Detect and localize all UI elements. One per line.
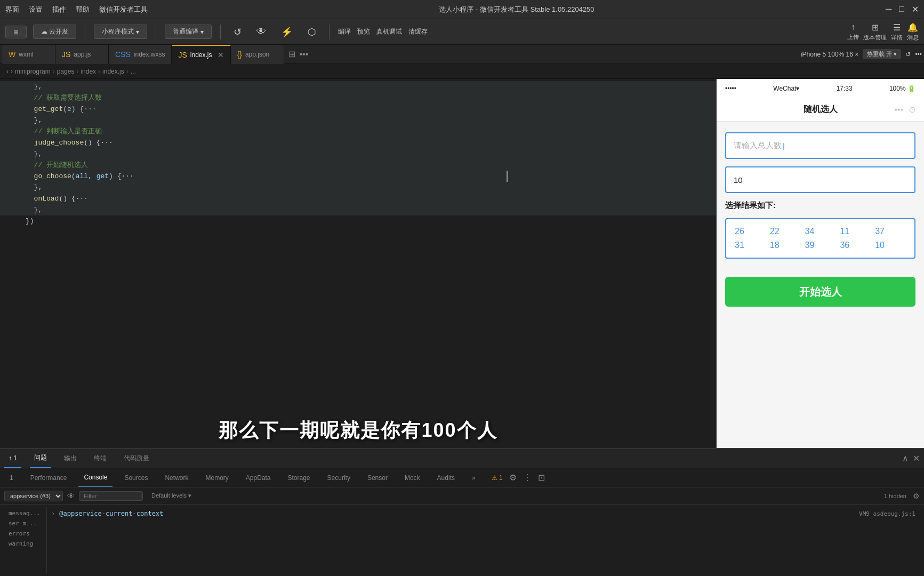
bottom-panel-actions: ∧ ✕ — [902, 453, 920, 463]
toolbar: ⊞ ☁ 云开发 小程序模式 ▾ 普通编译 ▾ ↺ 👁 ⚡ ⬡ 编译 预览 真机调… — [0, 19, 924, 45]
tab-appjson[interactable]: {} app.json — [231, 45, 284, 64]
tab-wxml[interactable]: W wxml — [2, 45, 55, 64]
console-context-list: messag... ser m... errors warning — [4, 507, 47, 574]
split-editor-btn[interactable]: ⊞ — [288, 49, 295, 59]
phone-count-input[interactable]: 10 — [725, 166, 915, 193]
menu-item-help[interactable]: 帮助 — [76, 5, 90, 14]
phone-signal: ••••• — [725, 85, 736, 92]
menu-item-ui[interactable]: 界面 — [5, 5, 19, 14]
console-tab-memory[interactable]: Memory — [200, 468, 234, 487]
preview-action-label[interactable]: 预览 — [357, 27, 370, 36]
quick-btn[interactable]: ⚡ — [277, 24, 297, 40]
details-btn[interactable]: ☰ 详情 — [891, 22, 903, 42]
toggle-sidebar-btn[interactable]: ⊞ — [5, 26, 27, 38]
console-tab-console[interactable]: Console — [78, 468, 113, 487]
minimize-btn[interactable]: ─ — [886, 4, 891, 14]
hot-reload-label[interactable]: 热重载 开 ▾ — [863, 49, 901, 59]
close-panel-btn[interactable]: ✕ — [913, 453, 920, 463]
phone-nav-record-btn[interactable]: ⊙ — [909, 105, 915, 115]
collapse-panel-btn[interactable]: ∧ — [902, 453, 909, 463]
bottom-tab-problems[interactable]: ↑ 1 — [4, 449, 21, 468]
compile-action-label[interactable]: 编译 — [338, 27, 351, 36]
notification-btn[interactable]: 🔔 消息 — [907, 22, 919, 42]
tab-indexjs[interactable]: JS index.js ✕ — [172, 45, 230, 64]
bc-nav-back[interactable]: ‹ — [6, 68, 9, 75]
hidden-settings-icon[interactable]: ⚙ — [913, 492, 920, 500]
console-tab-appdata[interactable]: AppData — [240, 468, 276, 487]
menu-item-devtools[interactable]: 微信开发者工具 — [99, 5, 148, 14]
menu-item-plugins[interactable]: 插件 — [52, 5, 66, 14]
level-filter-label[interactable]: Default levels ▾ — [151, 492, 191, 499]
bottom-tab-code-quality[interactable]: 代码质量 — [119, 449, 154, 468]
console-tab-network[interactable]: Network — [159, 468, 194, 487]
tab-appjs[interactable]: JS app.js — [55, 45, 109, 64]
ctx-item-serm[interactable]: ser m... — [4, 519, 46, 528]
version-mgr-btn[interactable]: ⊞ 版本管理 — [863, 22, 887, 42]
console-layout: messag... ser m... errors warning › @app… — [4, 507, 920, 574]
menu-bar[interactable]: 界面 设置 插件 帮助 微信开发者工具 — [5, 5, 148, 14]
console-tab-audits[interactable]: Audits — [432, 468, 460, 487]
compile-select-btn[interactable]: 普通编译 ▾ — [165, 25, 212, 39]
console-options-btn[interactable]: ⋮ — [523, 473, 532, 483]
start-select-button[interactable]: 开始选人 — [725, 277, 915, 307]
console-filter-input[interactable] — [79, 491, 143, 501]
bc-part-2[interactable]: index — [81, 68, 96, 75]
tab-indexjs-close[interactable]: ✕ — [218, 51, 224, 59]
console-tab-security[interactable]: Security — [322, 468, 356, 487]
console-tab-sensor[interactable]: Sensor — [362, 468, 393, 487]
menu-item-settings[interactable]: 设置 — [29, 5, 43, 14]
console-filter-row: appservice (#3) 👁 Default levels ▾ 1 hid… — [0, 487, 924, 505]
refresh-btn[interactable]: ↺ — [229, 24, 246, 40]
console-src-0[interactable]: VM9_asdebug.js:1 — [859, 510, 915, 517]
result-num-9: 10 — [875, 241, 906, 250]
window-controls[interactable]: ─ □ ✕ — [886, 4, 919, 14]
phone-total-input[interactable]: 请输入总人数 | — [725, 132, 915, 159]
bottom-tab-output[interactable]: 输出 — [60, 449, 81, 468]
result-num-5: 31 — [735, 241, 766, 250]
more-tools-btn[interactable]: ⬡ — [303, 24, 320, 40]
tab-more-btn[interactable]: ••• — [300, 50, 309, 59]
console-tab-storage[interactable]: Storage — [283, 468, 316, 487]
preview-icon-btn[interactable]: 👁 — [252, 24, 270, 39]
close-btn[interactable]: ✕ — [912, 4, 919, 14]
mode-select-btn[interactable]: 小程序模式 ▾ — [94, 25, 147, 39]
console-tab-sources[interactable]: Sources — [119, 468, 153, 487]
wxml-icon: W — [9, 50, 15, 59]
bc-nav-forward[interactable]: › — [11, 68, 13, 75]
eye-icon[interactable]: 👁 — [67, 492, 75, 500]
console-settings-btn[interactable]: ⚙ — [509, 473, 517, 483]
code-line: // 获取需要选择人数 — [0, 92, 716, 103]
device-debug-label[interactable]: 真机调试 — [376, 27, 402, 36]
context-selector[interactable]: appservice (#3) — [4, 491, 63, 501]
maximize-btn[interactable]: □ — [899, 4, 904, 14]
ctx-item-messag[interactable]: messag... — [4, 509, 46, 518]
clear-cache-label[interactable]: 清缓存 — [408, 27, 428, 36]
cloud-dev-btn[interactable]: ☁ 云开发 — [33, 25, 76, 39]
console-tab-more[interactable]: » — [467, 468, 481, 487]
upload-btn[interactable]: ↑ 上传 — [847, 22, 859, 41]
window-title: 选人小程序 - 微信开发者工具 Stable 1.05.2204250 — [439, 5, 594, 14]
code-line: }, — [0, 204, 716, 215]
phone-result-label: 选择结果如下: — [725, 201, 915, 211]
ctx-item-errors[interactable]: errors — [4, 529, 46, 538]
tab-appjs-label: app.js — [74, 51, 91, 58]
console-dock-btn[interactable]: ⊡ — [538, 473, 545, 483]
code-line: }, — [0, 81, 716, 92]
console-tab-performance[interactable]: Performance — [25, 468, 73, 487]
bottom-tab-terminal[interactable]: 终端 — [90, 449, 111, 468]
ctx-item-warning[interactable]: warning — [4, 539, 46, 548]
phone-nav-more-btn[interactable]: ••• — [894, 105, 903, 115]
bc-part-0[interactable]: miniprogram — [15, 68, 51, 75]
tab-indexwxss[interactable]: CSS index.wxss — [109, 45, 172, 64]
bc-part-3[interactable]: index.js — [102, 68, 124, 75]
console-tab-1[interactable]: 1 — [4, 468, 19, 487]
result-num-7: 39 — [805, 241, 836, 250]
console-body: messag... ser m... errors warning › @app… — [0, 505, 924, 576]
bottom-tab-issues[interactable]: 问题 — [30, 449, 51, 468]
device-selector[interactable]: iPhone 5 100% 16 × 热重载 开 ▾ ↺ ••• — [801, 49, 922, 59]
refresh-preview-btn[interactable]: ↺ — [905, 51, 911, 58]
bc-part-1[interactable]: pages — [57, 68, 75, 75]
console-tab-mock[interactable]: Mock — [399, 468, 425, 487]
device-more-btn[interactable]: ••• — [915, 51, 922, 58]
bottom-tab-issues-label: 问题 — [34, 453, 47, 462]
